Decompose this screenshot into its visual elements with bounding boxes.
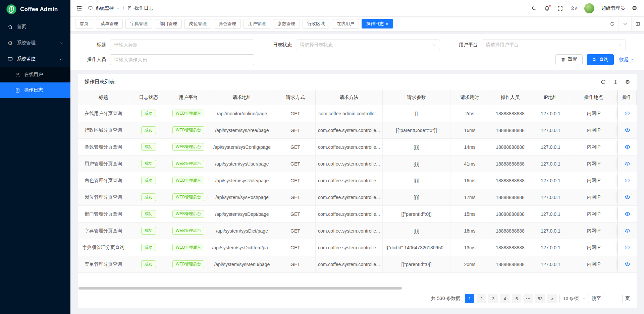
cell-status: 成功 [129,122,168,138]
tab-close-icon[interactable]: × [386,22,388,26]
fullscreen-icon[interactable] [557,5,563,11]
jump-page-input[interactable] [604,294,623,303]
page-button-3[interactable]: 3 [488,294,498,303]
log-status-placeholder: 请选择日志状态 [300,42,333,48]
cell-function: com.coffee.system.controlle... [316,139,383,155]
tab-首页[interactable]: 首页 [75,19,93,28]
settings-gear-icon[interactable]: ⚙ [632,5,638,11]
menu-fold-icon[interactable] [76,5,83,12]
sidebar-item-home[interactable]: 首页 [0,19,70,35]
eye-icon [625,194,630,200]
cell-status: 成功 [129,239,168,256]
status-tag: 成功 [141,126,156,134]
tab-在线用户[interactable]: 在线用户 [332,19,359,28]
page-button-5[interactable]: 5 [512,294,521,303]
user-platform-select[interactable]: 请选择用户平台 [482,40,626,50]
cell-function: com.coffee.system.controlle... [316,223,383,239]
sidebar-item-system-monitor[interactable]: 系统监控 [0,51,70,67]
tab-岗位管理[interactable]: 岗位管理 [184,19,211,28]
log-status-label: 日志状态 [264,42,292,48]
title-input[interactable] [110,40,254,50]
filter-field-title: 标题 [78,40,264,50]
reset-button[interactable]: 重置 [555,54,583,65]
platform-tag: WEB管理后台 [172,260,204,268]
tab-参数管理[interactable]: 参数管理 [273,19,300,28]
cell-method: GET [275,189,316,205]
view-detail-button[interactable] [618,223,637,239]
cell-url: /api/system/sysMenu/page [209,256,275,272]
view-detail-button[interactable] [618,189,637,205]
menu-label: 系统监控 [17,56,36,62]
page-button-2[interactable]: 2 [477,294,486,303]
page-size-select[interactable]: 10 条/页 [559,294,589,303]
cell-status: 成功 [129,256,168,272]
cell-duration: 13ms [450,239,489,256]
filter-row-2: 操作人员 重置 查询 [78,54,636,65]
table-row: 岗位管理分页查询成功WEB管理后台/api/system/sysPost/pag… [78,189,637,206]
cell-title: 用户管理分页查询 [78,155,129,172]
table-row: 在线用户分页查询成功WEB管理后台/api/monitor/online/pag… [78,105,637,122]
sidebar-item-operation-log[interactable]: 操作日志 [0,82,70,98]
eye-icon [625,161,630,167]
username[interactable]: 超级管理员 [601,5,625,11]
cell-ip: 127.0.0.1 [531,155,570,172]
tab-菜单管理[interactable]: 菜单管理 [96,19,123,28]
column-height-icon[interactable] [613,79,619,85]
search-icon[interactable] [531,5,537,11]
sidebar-item-online-users[interactable]: 在线用户 [0,67,70,82]
view-detail-button[interactable] [618,105,637,122]
tab-角色管理[interactable]: 角色管理 [214,19,241,28]
cell-url: /api/monitor/online/page [209,105,275,122]
app-root: Coffee Admin 首页 ⚙ 系统管理 系统监控 [0,0,644,314]
next-page-button[interactable]: > [547,294,557,303]
layout-panel-icon[interactable] [631,17,644,31]
view-detail-button[interactable] [618,256,637,272]
view-detail-button[interactable] [618,155,637,172]
translate-icon[interactable]: 文A [570,5,577,12]
cell-platform: WEB管理后台 [168,172,209,189]
search-button[interactable]: 查询 [587,54,614,65]
cell-duration: 14ms [450,139,489,155]
log-status-select[interactable]: 请选择日志状态 [296,40,440,50]
breadcrumb-item-system-monitor[interactable]: 系统监控 [95,5,114,11]
cell-params: [] [383,105,450,122]
user-icon [15,72,20,78]
menu-label: 首页 [17,24,26,30]
refresh-icon[interactable] [600,79,606,85]
view-detail-button[interactable] [618,239,637,256]
sidebar-item-system-management[interactable]: ⚙ 系统管理 [0,35,70,51]
avatar[interactable] [584,3,594,13]
chevron-up-icon [630,58,634,62]
tab-options-chevron-down-icon[interactable] [619,17,631,31]
tab-操作日志[interactable]: 操作日志× [362,19,393,28]
cell-duration: 17ms [450,189,489,205]
cell-platform: WEB管理后台 [168,256,209,272]
trash-icon [561,57,566,62]
tab-用户管理[interactable]: 用户管理 [244,19,270,28]
horizontal-scrollbar[interactable] [78,287,402,290]
cell-location: 内网IP [570,239,618,256]
platform-tag: WEB管理后台 [172,177,204,184]
view-detail-button[interactable] [618,122,637,138]
page-button-53[interactable]: 53 [535,294,545,303]
tab-行政区域[interactable]: 行政区域 [303,19,329,28]
collapse-filter-link[interactable]: 收起 [619,57,634,63]
page-button-1[interactable]: 1 [465,294,474,303]
cell-url: /api/system/sysArea/page [209,122,275,138]
main-area: 系统监控 / 操作日志 [70,0,644,314]
view-detail-button[interactable] [618,139,637,155]
view-detail-button[interactable] [618,206,637,222]
page-size-value: 10 条/页 [563,296,579,302]
operator-input[interactable] [110,54,254,65]
page-button-4[interactable]: 4 [500,294,509,303]
tab-部门管理[interactable]: 部门管理 [155,19,182,28]
view-detail-button[interactable] [618,172,637,189]
table-settings-gear-icon[interactable]: ⚙ [625,79,630,85]
cell-location: 内网IP [570,223,618,239]
tab-字典管理[interactable]: 字典管理 [125,19,152,28]
cell-ip: 127.0.0.1 [531,139,570,155]
refresh-icon[interactable] [606,17,619,31]
notification-bell-icon[interactable] [544,5,550,11]
cell-location: 内网IP [570,172,618,189]
user-platform-label: 用户平台 [450,42,478,48]
